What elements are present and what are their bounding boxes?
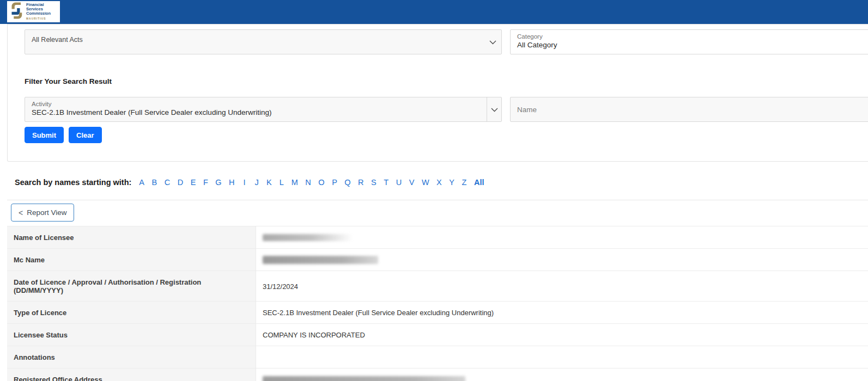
letter-link-r[interactable]: R	[358, 178, 363, 187]
letter-link-f[interactable]: F	[203, 178, 208, 187]
row-value: 31/12/2024	[256, 271, 868, 301]
letter-link-all[interactable]: All	[474, 178, 484, 187]
redacted-value	[263, 376, 465, 381]
row-label: Type of Licence	[7, 302, 256, 323]
acts-category-row: All Relevant Acts Category All Category	[25, 29, 868, 54]
letter-link-k[interactable]: K	[266, 178, 272, 187]
row-label: Registered Office Address	[7, 368, 256, 381]
fsc-logo-icon	[9, 2, 24, 22]
filter-heading: Filter Your Search Result	[25, 77, 868, 85]
relevant-acts-select[interactable]: All Relevant Acts	[25, 29, 502, 54]
fsc-logo-text: Financial Services Commission MAURITIUS	[26, 3, 51, 21]
table-row-licensee-status: Licensee Status COMPANY IS INCORPORATED	[7, 324, 868, 346]
letter-link-v[interactable]: V	[409, 178, 415, 187]
category-value: All Category	[511, 40, 868, 49]
report-view-label: Report View	[27, 208, 66, 217]
letter-link-p[interactable]: P	[332, 178, 337, 187]
letter-link-w[interactable]: W	[422, 178, 429, 187]
report-section: < Report View Name of Licensee Mc Name D…	[7, 200, 868, 381]
table-row-registered-office-address: Registered Office Address	[7, 368, 868, 381]
submit-button[interactable]: Submit	[25, 127, 64, 143]
chevron-down-icon	[489, 37, 496, 47]
row-value	[256, 249, 868, 271]
letter-link-y[interactable]: Y	[449, 178, 454, 187]
letter-link-j[interactable]: J	[254, 178, 259, 187]
logo-line-commission: Commission	[26, 11, 51, 16]
row-label: Name of Licensee	[7, 226, 256, 248]
licensee-detail-table: Name of Licensee Mc Name Date of Licence…	[7, 226, 868, 381]
letter-link-t[interactable]: T	[384, 178, 389, 187]
logo-line-mauritius: MAURITIUS	[26, 17, 51, 21]
row-value	[256, 368, 868, 381]
letter-link-l[interactable]: L	[279, 178, 284, 187]
letter-link-z[interactable]: Z	[462, 178, 466, 187]
chevron-left-icon: <	[19, 209, 23, 217]
activity-value: SEC-2.1B Investment Dealer (Full Service…	[25, 107, 477, 116]
table-row-date-of-licence: Date of Licence / Approval / Authorisati…	[7, 271, 868, 302]
name-input[interactable]	[510, 97, 868, 122]
activity-select[interactable]: Activity SEC-2.1B Investment Dealer (Ful…	[25, 97, 502, 122]
row-value	[256, 346, 868, 368]
row-value: COMPANY IS INCORPORATED	[256, 324, 868, 346]
fsc-logo[interactable]: Financial Services Commission MAURITIUS	[7, 1, 60, 22]
letter-link-b[interactable]: B	[152, 178, 157, 187]
letter-link-u[interactable]: U	[396, 178, 402, 187]
search-card: All Relevant Acts Category All Category …	[7, 24, 868, 162]
row-label: Annotations	[7, 346, 256, 368]
row-label: Mc Name	[7, 249, 256, 271]
letter-link-g[interactable]: G	[215, 178, 221, 187]
row-value	[256, 226, 868, 248]
table-row-type-of-licence: Type of Licence SEC-2.1B Investment Deal…	[7, 302, 868, 324]
letter-link-i[interactable]: I	[242, 178, 247, 187]
letter-link-n[interactable]: N	[305, 178, 311, 187]
letter-link-a[interactable]: A	[139, 178, 144, 187]
letter-link-h[interactable]: H	[229, 178, 234, 187]
redacted-value	[263, 234, 353, 241]
category-field[interactable]: Category All Category	[510, 29, 868, 54]
table-row-annotations: Annotations	[7, 346, 868, 368]
row-label: Licensee Status	[7, 324, 256, 346]
clear-button[interactable]: Clear	[69, 127, 102, 143]
button-row: Submit Clear	[25, 127, 868, 143]
relevant-acts-value: All Relevant Acts	[25, 30, 501, 44]
letter-link-e[interactable]: E	[191, 178, 196, 187]
letter-link-q[interactable]: Q	[344, 178, 350, 187]
activity-select-chevron-area[interactable]	[487, 97, 501, 121]
letter-link-m[interactable]: M	[292, 178, 298, 187]
table-row-mc-name: Mc Name	[7, 249, 868, 271]
page: Financial Services Commission MAURITIUS …	[0, 0, 868, 381]
redacted-value	[263, 256, 378, 264]
row-value: SEC-2.1B Investment Dealer (Full Service…	[256, 302, 868, 323]
alphabet-nav: Search by names starting with: A B C D E…	[15, 178, 484, 187]
report-view-button[interactable]: < Report View	[11, 204, 74, 222]
category-label: Category	[511, 30, 868, 40]
letter-link-x[interactable]: X	[436, 178, 442, 187]
activity-label: Activity	[25, 97, 501, 107]
chevron-down-icon	[491, 105, 498, 114]
table-row-name-of-licensee: Name of Licensee	[7, 226, 868, 249]
letter-link-o[interactable]: O	[318, 178, 324, 187]
letter-link-s[interactable]: S	[371, 178, 377, 187]
letter-link-c[interactable]: C	[165, 178, 170, 187]
letter-link-d[interactable]: D	[178, 178, 183, 187]
alphabet-nav-label: Search by names starting with:	[15, 178, 131, 187]
app-header-bar	[0, 0, 868, 24]
row-label: Date of Licence / Approval / Authorisati…	[7, 271, 256, 301]
activity-name-row: Activity SEC-2.1B Investment Dealer (Ful…	[25, 97, 868, 122]
